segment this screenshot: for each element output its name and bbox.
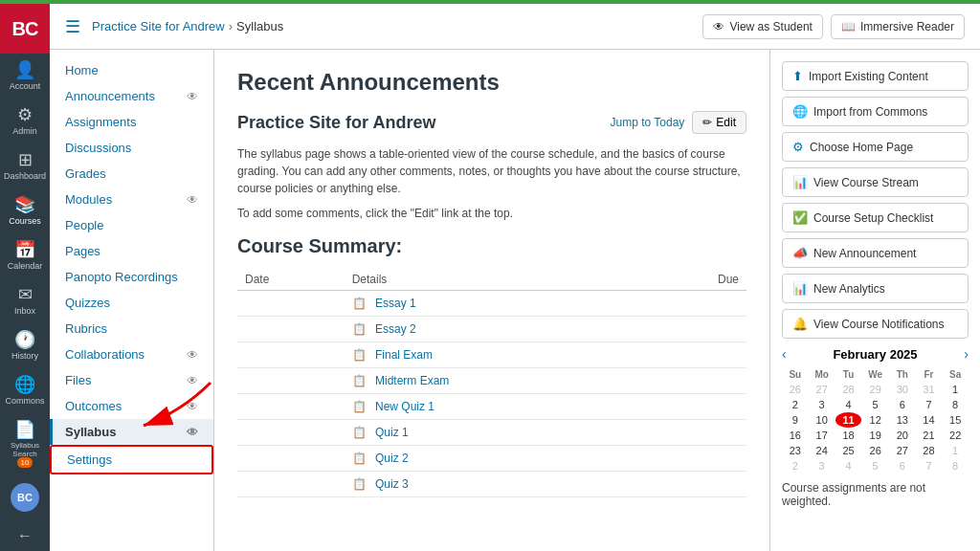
calendar-day[interactable]: 8: [942, 458, 969, 474]
item-link[interactable]: Quiz 3: [375, 477, 409, 491]
item-details[interactable]: 📋 Quiz 1: [345, 420, 649, 446]
calendar-day[interactable]: 27: [889, 443, 916, 458]
calendar-day[interactable]: 20: [889, 428, 916, 443]
calendar-day[interactable]: 7: [916, 397, 943, 412]
nav-item-admin[interactable]: ⚙ Admin: [0, 99, 50, 143]
item-details[interactable]: 📋 Quiz 3: [345, 472, 649, 497]
course-nav-home[interactable]: Home: [50, 57, 213, 83]
item-link[interactable]: Quiz 1: [375, 426, 409, 439]
calendar-day[interactable]: 27: [809, 382, 835, 397]
table-row[interactable]: 📋 Quiz 1: [237, 420, 746, 446]
calendar-day[interactable]: 28: [835, 382, 862, 397]
calendar-day[interactable]: 6: [889, 458, 916, 474]
calendar-day[interactable]: 2: [782, 458, 809, 474]
course-nav-outcomes[interactable]: Outcomes 👁: [50, 393, 213, 419]
table-row[interactable]: 📋 Essay 2: [237, 317, 746, 342]
course-nav-announcements[interactable]: Announcements 👁: [50, 83, 213, 109]
nav-item-account[interactable]: 👤 Account: [0, 54, 50, 99]
nav-item-back[interactable]: ←: [0, 519, 50, 551]
calendar-day[interactable]: 3: [809, 397, 835, 412]
item-details[interactable]: 📋 New Quiz 1: [345, 394, 649, 420]
sidebar-button-5[interactable]: 📣New Announcement: [782, 238, 969, 268]
item-details[interactable]: 📋 Quiz 2: [345, 446, 649, 472]
calendar-day[interactable]: 9: [782, 412, 809, 428]
calendar-day[interactable]: 1: [942, 443, 969, 458]
nav-item-dashboard[interactable]: ⊞ Dashboard: [0, 143, 50, 188]
edit-button[interactable]: ✏ Edit: [692, 111, 746, 134]
table-row[interactable]: 📋 Essay 1: [237, 291, 746, 317]
item-link[interactable]: Essay 1: [375, 297, 416, 310]
nav-item-history[interactable]: 🕐 History: [0, 323, 50, 368]
jump-to-today-link[interactable]: Jump to Today: [610, 116, 684, 129]
nav-item-calendar[interactable]: 📅 Calendar: [0, 233, 50, 278]
calendar-day[interactable]: 21: [916, 428, 943, 443]
sidebar-button-2[interactable]: ⚙Choose Home Page: [782, 132, 969, 162]
nav-item-inbox[interactable]: ✉ Inbox: [0, 278, 50, 323]
calendar-day[interactable]: 12: [861, 412, 889, 428]
item-details[interactable]: 📋 Final Exam: [345, 342, 649, 368]
calendar-day[interactable]: 26: [861, 443, 889, 458]
calendar-day[interactable]: 3: [809, 458, 835, 474]
course-nav-panopto[interactable]: Panopto Recordings: [50, 264, 213, 290]
course-nav-files[interactable]: Files 👁: [50, 367, 213, 393]
item-link[interactable]: Midterm Exam: [375, 374, 449, 387]
table-row[interactable]: 📋 Midterm Exam: [237, 368, 746, 394]
item-details[interactable]: 📋 Midterm Exam: [345, 368, 649, 394]
immersive-reader-button[interactable]: 📖 Immersive Reader: [831, 14, 965, 39]
course-nav-collaborations[interactable]: Collaborations 👁: [50, 342, 213, 367]
course-nav-discussions[interactable]: Discussions: [50, 135, 213, 161]
table-row[interactable]: 📋 Quiz 2: [237, 446, 746, 472]
item-link[interactable]: Quiz 2: [375, 452, 409, 465]
calendar-day[interactable]: 17: [809, 428, 835, 443]
calendar-day[interactable]: 6: [889, 397, 916, 412]
calendar-day[interactable]: 10: [809, 412, 835, 428]
sidebar-button-1[interactable]: 🌐Import from Commons: [782, 97, 969, 126]
course-nav-pages[interactable]: Pages: [50, 238, 213, 264]
calendar-next-button[interactable]: ›: [964, 346, 969, 362]
nav-item-commons[interactable]: 🌐 Commons: [0, 368, 50, 413]
item-link[interactable]: Essay 2: [375, 322, 416, 336]
table-row[interactable]: 📋 New Quiz 1: [237, 394, 746, 420]
calendar-day[interactable]: 29: [861, 382, 889, 397]
course-nav-people[interactable]: People: [50, 212, 213, 238]
breadcrumb-course[interactable]: Practice Site for Andrew: [92, 19, 225, 33]
course-nav-modules[interactable]: Modules 👁: [50, 187, 213, 212]
item-link[interactable]: New Quiz 1: [375, 400, 434, 413]
course-nav-syllabus[interactable]: Syllabus 👁: [50, 419, 213, 445]
course-nav-rubrics[interactable]: Rubrics: [50, 316, 213, 342]
calendar-day[interactable]: 5: [861, 397, 889, 412]
calendar-day[interactable]: 1: [942, 382, 969, 397]
calendar-day[interactable]: 22: [942, 428, 969, 443]
course-nav-settings[interactable]: Settings: [50, 445, 213, 474]
calendar-day[interactable]: 5: [861, 458, 889, 474]
sidebar-button-3[interactable]: 📊View Course Stream: [782, 167, 969, 197]
item-link[interactable]: Final Exam: [375, 348, 433, 362]
view-as-student-button[interactable]: 👁 View as Student: [702, 14, 823, 39]
calendar-day[interactable]: 31: [916, 382, 943, 397]
calendar-day[interactable]: 14: [916, 412, 943, 428]
calendar-day[interactable]: 8: [942, 397, 969, 412]
calendar-day[interactable]: 13: [889, 412, 916, 428]
sidebar-button-7[interactable]: 🔔View Course Notifications: [782, 309, 969, 339]
calendar-day[interactable]: 7: [916, 458, 943, 474]
course-nav-quizzes[interactable]: Quizzes: [50, 290, 213, 316]
table-row[interactable]: 📋 Final Exam: [237, 342, 746, 368]
calendar-day[interactable]: 26: [782, 382, 809, 397]
sidebar-button-6[interactable]: 📊New Analytics: [782, 274, 969, 303]
table-row[interactable]: 📋 Quiz 3: [237, 472, 746, 497]
nav-item-syllabus-search[interactable]: 📄 Syllabus Search 10: [0, 413, 50, 475]
calendar-day[interactable]: 30: [889, 382, 916, 397]
course-nav-grades[interactable]: Grades: [50, 161, 213, 187]
nav-item-bc-avatar[interactable]: BC: [0, 475, 50, 519]
item-details[interactable]: 📋 Essay 1: [345, 291, 649, 317]
calendar-day[interactable]: 4: [835, 397, 862, 412]
calendar-day[interactable]: 15: [942, 412, 969, 428]
calendar-day[interactable]: 16: [782, 428, 809, 443]
sidebar-button-4[interactable]: ✅Course Setup Checklist: [782, 203, 969, 232]
course-nav-assignments[interactable]: Assignments: [50, 109, 213, 135]
calendar-day[interactable]: 11: [835, 412, 862, 428]
item-details[interactable]: 📋 Essay 2: [345, 317, 649, 342]
calendar-day[interactable]: 19: [861, 428, 889, 443]
calendar-day[interactable]: 2: [782, 397, 809, 412]
calendar-day[interactable]: 23: [782, 443, 809, 458]
